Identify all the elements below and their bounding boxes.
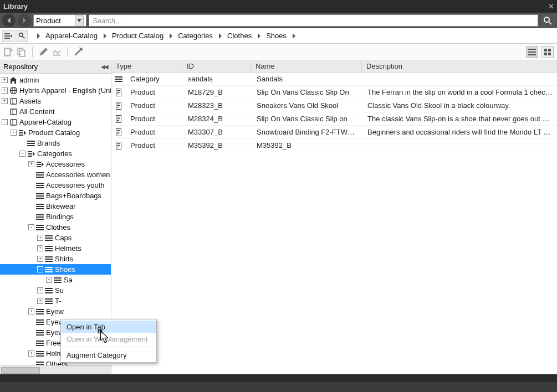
h-scrollbar[interactable] — [0, 365, 111, 374]
svg-rect-29 — [528, 51, 536, 53]
tree-node[interactable]: Accessories women — [0, 169, 111, 180]
svg-rect-76 — [36, 227, 44, 228]
tree-node[interactable]: +Eyew — [0, 306, 111, 317]
back-button[interactable] — [2, 14, 16, 27]
expand-icon[interactable]: + — [2, 77, 8, 83]
tree-node[interactable]: +Shirts — [0, 254, 111, 264]
collapse-icon[interactable]: - — [11, 130, 17, 136]
repository-header[interactable]: Repository ◀◀ — [0, 60, 111, 74]
expand-icon[interactable]: + — [37, 245, 43, 251]
svg-rect-101 — [36, 313, 44, 314]
copy-icon[interactable] — [17, 47, 27, 57]
tree-node[interactable]: Brands — [0, 138, 111, 148]
tree-node[interactable]: -Product Catalog — [0, 127, 111, 138]
svg-marker-14 — [219, 33, 222, 39]
collapse-icon[interactable]: ◀◀ — [101, 64, 108, 70]
svg-rect-135 — [117, 117, 120, 117]
svg-rect-46 — [19, 132, 23, 133]
expand-icon[interactable]: + — [28, 350, 34, 357]
tree-node[interactable]: Bindings — [0, 212, 111, 222]
close-icon[interactable]: × — [549, 2, 554, 12]
chevron-right-icon — [256, 33, 262, 39]
column-type[interactable]: Type — [111, 60, 182, 72]
expand-icon[interactable]: + — [28, 308, 34, 314]
sign-icon[interactable] — [52, 47, 62, 57]
table-row[interactable]: CategorysandalsSandals — [111, 73, 557, 86]
menu-item[interactable]: Augment Category — [61, 349, 156, 361]
breadcrumb-item[interactable]: Shoes — [263, 32, 290, 40]
svg-rect-41 — [11, 109, 17, 115]
tree-node[interactable]: +Hybris Apparel - English (Uni — [0, 85, 111, 96]
svg-rect-21 — [20, 50, 25, 56]
collapse-icon[interactable]: - — [2, 119, 8, 125]
column-description[interactable]: Description — [362, 60, 557, 72]
search-button[interactable] — [540, 14, 555, 27]
tree-node[interactable]: -Clothes — [0, 222, 111, 233]
column-id[interactable]: ID — [182, 60, 251, 72]
tree-node[interactable]: All Content — [0, 106, 111, 117]
table-row[interactable]: ProductM28324_BSlip On Vans Classic Slip… — [111, 112, 557, 126]
table-row[interactable]: ProductM28323_BSneakers Vans Old SkoolCl… — [111, 99, 557, 112]
expand-icon[interactable]: + — [46, 277, 52, 283]
expand-icon[interactable]: + — [37, 235, 43, 241]
svg-marker-1 — [23, 18, 25, 24]
tree-node[interactable]: +Caps — [0, 233, 111, 243]
collapse-icon[interactable]: - — [37, 266, 43, 272]
wand-icon[interactable] — [73, 47, 83, 57]
lines-icon — [35, 360, 44, 366]
menu-item[interactable]: Open in Tab — [61, 321, 156, 333]
tree-node[interactable]: -Apparel-Catalog — [0, 117, 111, 127]
tree-node[interactable]: +Assets — [0, 96, 111, 106]
tree-node[interactable]: Accessories youth — [0, 180, 111, 190]
cell-id: M28323_B — [183, 101, 252, 110]
tag-icon — [27, 150, 35, 158]
search-small-button[interactable] — [16, 30, 28, 42]
tree-node[interactable]: +Helmets — [0, 243, 111, 254]
expand-icon[interactable]: + — [2, 87, 8, 94]
new-icon[interactable] — [3, 47, 13, 57]
expand-icon[interactable]: + — [37, 256, 43, 262]
tree-node[interactable]: -Categories — [0, 148, 111, 159]
tree-spacer — [28, 319, 34, 325]
collapse-icon[interactable]: - — [19, 151, 25, 157]
tree-node[interactable]: -Shoes — [0, 264, 111, 275]
svg-marker-2 — [77, 19, 81, 22]
column-name[interactable]: Name — [251, 60, 362, 72]
breadcrumb-item[interactable]: Product Catalog — [109, 32, 167, 40]
tree-node-label: Product Catalog — [28, 128, 80, 137]
cell-type: Product — [126, 141, 183, 149]
tree-node[interactable]: +T- — [0, 296, 111, 306]
table-row[interactable]: ProductM33307_BSnowboard Binding F2-FTWO… — [111, 126, 557, 139]
collapse-icon[interactable]: - — [28, 224, 34, 230]
svg-rect-47 — [19, 135, 23, 136]
tree-node[interactable]: +Accessories — [0, 159, 111, 169]
tree-node[interactable]: +Sa — [0, 275, 111, 285]
chevron-right-icon — [35, 33, 41, 39]
grid-view-button[interactable] — [541, 46, 554, 58]
breadcrumb-item[interactable]: Categories — [175, 32, 216, 40]
tree-node[interactable]: Bikewear — [0, 201, 111, 212]
expand-icon[interactable]: + — [37, 298, 43, 304]
svg-rect-65 — [36, 187, 44, 188]
table-row[interactable]: ProductM35392_BM35392_B — [111, 139, 557, 152]
expand-icon[interactable]: + — [37, 287, 43, 293]
forward-button[interactable] — [18, 14, 31, 27]
edit-icon[interactable] — [38, 47, 48, 57]
breadcrumb-item[interactable]: Clothes — [224, 32, 255, 40]
expand-icon[interactable]: + — [28, 161, 34, 167]
tree-node[interactable]: +admin — [0, 75, 111, 85]
svg-rect-123 — [115, 76, 122, 78]
expand-icon[interactable]: + — [2, 98, 8, 104]
search-input[interactable]: Search... — [89, 14, 538, 27]
cell-name: Sneakers Vans Old Skool — [252, 101, 363, 110]
svg-rect-99 — [36, 309, 44, 310]
tree-node-label: Shirts — [55, 255, 73, 263]
table-row[interactable]: ProductM18729_BSlip On Vans Classic Slip… — [111, 86, 557, 99]
list-view-button[interactable] — [526, 46, 538, 58]
type-select[interactable]: Product — [33, 14, 86, 27]
tree-node[interactable]: Bags+Boardbags — [0, 190, 111, 201]
table-header: Type ID Name Description — [111, 60, 557, 73]
tree-node[interactable]: +Su — [0, 285, 111, 296]
breadcrumb-item[interactable]: Apparel-Catalog — [42, 32, 101, 40]
tree-toggle-button[interactable] — [2, 30, 14, 42]
